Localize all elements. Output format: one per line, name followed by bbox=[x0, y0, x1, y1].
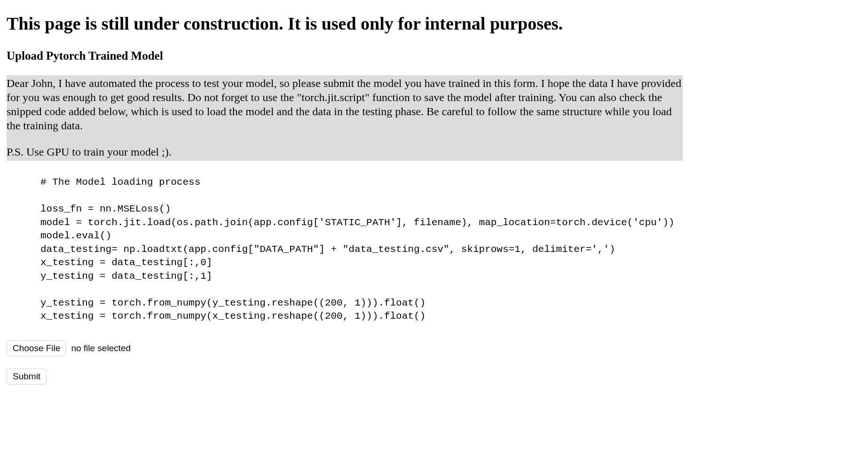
note-paragraph-1: Dear John, I have automated the process … bbox=[7, 76, 683, 133]
section-heading: Upload Pytorch Trained Model bbox=[7, 48, 861, 64]
code-snippet: # The Model loading process loss_fn = nn… bbox=[40, 176, 861, 323]
instruction-note: Dear John, I have automated the process … bbox=[7, 75, 683, 161]
choose-file-button[interactable]: Choose File bbox=[7, 340, 66, 356]
note-paragraph-2: P.S. Use GPU to train your model ;). bbox=[7, 145, 683, 159]
page-title: This page is still under construction. I… bbox=[7, 12, 861, 35]
file-upload-row: Choose File no file selected bbox=[7, 340, 861, 356]
file-status-text: no file selected bbox=[71, 343, 131, 354]
submit-row: Submit bbox=[7, 369, 861, 385]
submit-button[interactable]: Submit bbox=[7, 369, 47, 385]
